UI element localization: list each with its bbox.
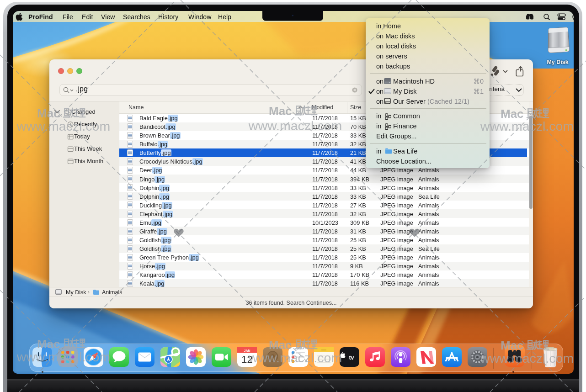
svg-text:www.maczl.com: www.maczl.com: [248, 118, 342, 133]
svg-text:www.maczl.com: www.maczl.com: [16, 350, 110, 364]
svg-text:www.maczl.com: www.maczl.com: [480, 119, 574, 133]
svg-text:www.maczl.com: www.maczl.com: [480, 351, 574, 366]
svg-text:www.maczl.com: www.maczl.com: [248, 350, 342, 365]
svg-text:www.maczl.com: www.maczl.com: [16, 119, 110, 133]
svg-text:Mac: Mac: [37, 337, 60, 351]
svg-text:Mac: Mac: [501, 339, 524, 352]
svg-text:Mac: Mac: [269, 104, 292, 118]
svg-text:Mac: Mac: [269, 338, 292, 352]
svg-text:Mac: Mac: [37, 106, 60, 120]
